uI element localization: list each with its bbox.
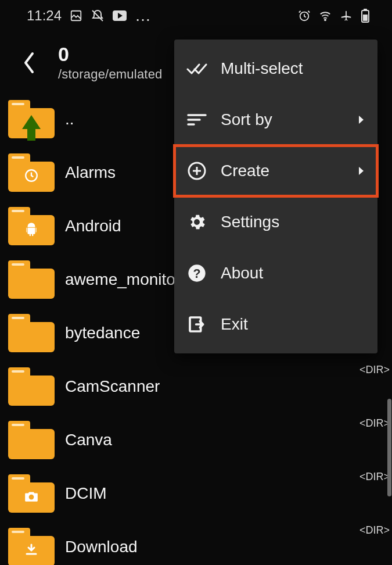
menu-label: Multi-select xyxy=(221,59,303,78)
file-name: Canva xyxy=(65,431,112,449)
svg-rect-8 xyxy=(363,15,368,21)
folder-icon xyxy=(8,528,55,565)
folder-icon xyxy=(8,421,55,459)
list-item[interactable]: DCIM <DIR> xyxy=(0,467,392,520)
menu-sortby[interactable]: Sort by xyxy=(174,94,377,145)
overflow-menu: Multi-select Sort by Create Settings ? A… xyxy=(174,40,377,353)
mute-icon xyxy=(91,9,105,23)
menu-create[interactable]: Create xyxy=(174,145,377,196)
android-icon xyxy=(23,221,39,237)
folder-icon xyxy=(8,207,55,245)
svg-marker-14 xyxy=(359,116,364,124)
svg-text:?: ? xyxy=(193,267,200,281)
svg-point-5 xyxy=(325,19,326,20)
folder-icon xyxy=(8,474,55,513)
menu-label: Sort by xyxy=(221,110,272,129)
camera-icon xyxy=(23,488,39,505)
file-name: Download xyxy=(65,538,138,556)
breadcrumb-path: /storage/emulated xyxy=(58,67,163,82)
exit-icon xyxy=(186,313,208,335)
svg-marker-18 xyxy=(359,167,364,175)
help-icon: ? xyxy=(186,262,208,284)
file-name: .. xyxy=(65,110,74,128)
chevron-right-icon xyxy=(358,115,365,125)
menu-label: Settings xyxy=(221,213,279,231)
battery-icon xyxy=(361,9,370,23)
file-name: Alarms xyxy=(65,163,116,182)
page-title: 0 xyxy=(58,43,163,66)
wifi-icon xyxy=(319,9,332,22)
picture-icon xyxy=(70,9,82,22)
menu-settings[interactable]: Settings xyxy=(174,196,377,248)
alarm-icon xyxy=(298,9,311,22)
file-name: Android xyxy=(65,217,121,235)
menu-about[interactable]: ? About xyxy=(174,248,377,299)
plus-circle-icon xyxy=(186,160,208,182)
folder-icon xyxy=(8,367,55,406)
svg-rect-7 xyxy=(364,9,367,10)
list-item[interactable]: CamScanner <DIR> xyxy=(0,360,392,413)
status-bar: 11:24 … xyxy=(0,0,392,31)
menu-label: Create xyxy=(221,162,269,180)
airplane-icon xyxy=(340,9,353,22)
download-icon xyxy=(23,542,39,558)
menu-label: About xyxy=(221,264,263,282)
file-name: aweme_monito xyxy=(65,270,175,289)
file-name: CamScanner xyxy=(65,377,160,396)
menu-multiselect[interactable]: Multi-select xyxy=(174,43,377,94)
menu-label: Exit xyxy=(221,315,248,334)
menu-exit[interactable]: Exit xyxy=(174,299,377,350)
svg-point-10 xyxy=(29,495,34,500)
multiselect-icon xyxy=(186,58,208,80)
folder-icon xyxy=(8,314,55,352)
folder-icon xyxy=(8,260,55,299)
file-name: DCIM xyxy=(65,484,107,503)
gear-icon xyxy=(186,211,208,233)
file-name: bytedance xyxy=(65,324,140,342)
back-button[interactable] xyxy=(16,50,42,76)
status-time: 11:24 xyxy=(27,8,62,24)
list-item[interactable]: Download xyxy=(0,520,392,565)
scrollbar-thumb[interactable] xyxy=(387,399,391,496)
status-more: … xyxy=(135,6,152,25)
folder-icon xyxy=(8,100,55,138)
chevron-right-icon xyxy=(358,166,365,176)
clock-icon xyxy=(23,167,39,184)
list-item[interactable]: Canva <DIR> xyxy=(0,413,392,467)
sort-icon xyxy=(186,109,208,131)
youtube-icon xyxy=(113,10,127,21)
up-arrow-icon xyxy=(23,114,39,130)
folder-icon xyxy=(8,153,55,192)
